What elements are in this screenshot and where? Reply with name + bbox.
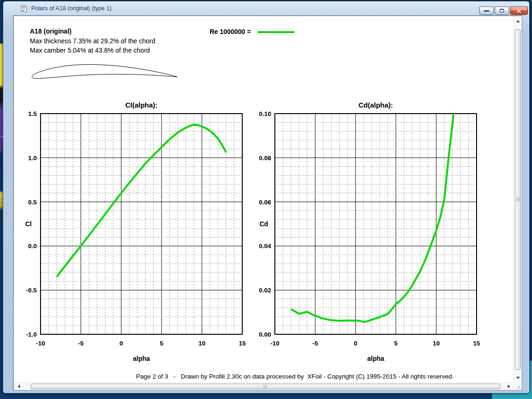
scroll-down-button[interactable]	[514, 374, 522, 381]
scroll-up-button[interactable]	[514, 17, 522, 25]
svg-text:0.02: 0.02	[259, 287, 271, 294]
h-thumb-grip-icon	[264, 385, 267, 388]
svg-text:alpha: alpha	[367, 355, 384, 362]
cl-alpha-chart: Cl(alpha):-10-50510151.51.00.50.0-0.5-1.…	[15, 98, 248, 368]
svg-text:0.0: 0.0	[28, 243, 37, 250]
airfoil-name: A18 (original)	[30, 27, 71, 35]
v-thumb-grip-icon	[516, 198, 520, 202]
legend-label: Re 1000000 =	[210, 28, 251, 35]
v-scrollbar-thumb[interactable]	[515, 29, 521, 370]
legend-line	[258, 31, 294, 33]
svg-text:5: 5	[160, 340, 164, 347]
client-area: A18 (original) Max thickness 7.35% at 29…	[13, 15, 522, 391]
svg-text:0.06: 0.06	[259, 199, 272, 206]
svg-text:-1.0: -1.0	[26, 331, 37, 338]
svg-text:Cd(alpha):: Cd(alpha):	[358, 101, 393, 109]
restore-icon	[500, 9, 504, 13]
svg-text:0.00: 0.00	[259, 331, 271, 338]
svg-text:-5: -5	[313, 340, 318, 347]
svg-text:0.08: 0.08	[259, 155, 272, 162]
desktop-teal-bottom	[492, 393, 532, 399]
resize-grip[interactable]	[513, 382, 522, 390]
h-scrollbar[interactable]	[14, 382, 513, 390]
airfoil-outline	[31, 61, 178, 81]
svg-text:-10: -10	[36, 340, 45, 347]
svg-text:0.10: 0.10	[259, 110, 271, 117]
cd-alpha-chart: Cd(alpha):-10-50510150.100.080.060.040.0…	[249, 98, 482, 368]
svg-text:1.5: 1.5	[28, 110, 37, 117]
svg-text:15: 15	[473, 340, 480, 347]
app-window: Polars of A18 (original) (type 1) A18 (o…	[3, 1, 530, 393]
svg-text:Cd: Cd	[259, 220, 268, 228]
h-scrollbar-thumb[interactable]	[31, 384, 500, 389]
resize-grip-icon	[515, 384, 521, 389]
polar-page: A18 (original) Max thickness 7.35% at 29…	[14, 16, 513, 382]
document-icon[interactable]	[20, 5, 27, 12]
svg-text:Cl: Cl	[25, 220, 32, 228]
svg-text:0: 0	[354, 340, 357, 347]
scroll-left-button[interactable]	[15, 383, 22, 390]
arrow-left-icon	[18, 385, 20, 388]
restore-button[interactable]	[495, 7, 509, 15]
svg-text:0.04: 0.04	[259, 243, 272, 250]
svg-text:-5: -5	[78, 340, 84, 347]
minimize-button[interactable]	[479, 7, 494, 15]
svg-text:Cl(alpha):: Cl(alpha):	[125, 101, 157, 109]
window-title: Polars of A18 (original) (type 1)	[31, 5, 111, 12]
page-footer: Page 2 of 3 - Drawn by Profili 2.30c on …	[107, 373, 483, 380]
svg-text:15: 15	[239, 340, 246, 347]
minimize-icon	[484, 10, 489, 12]
close-button[interactable]	[510, 7, 528, 15]
v-scrollbar[interactable]	[513, 16, 522, 382]
svg-text:-0.5: -0.5	[26, 287, 37, 294]
svg-text:10: 10	[433, 340, 440, 347]
arrow-right-icon	[508, 385, 510, 388]
svg-text:alpha: alpha	[133, 355, 150, 362]
title-bar[interactable]: Polars of A18 (original) (type 1)	[3, 1, 529, 15]
airfoil-thickness: Max thickness 7.35% at 29.2% of the chor…	[30, 37, 155, 45]
svg-text:5: 5	[394, 340, 398, 347]
arrow-up-icon	[516, 20, 520, 22]
svg-text:-10: -10	[270, 340, 280, 347]
airfoil-camber: Max camber 5.04% at 43.8% of the chord	[30, 47, 150, 54]
close-icon	[517, 8, 522, 14]
window-controls	[479, 7, 528, 15]
svg-text:1.0: 1.0	[28, 155, 37, 162]
svg-text:10: 10	[198, 340, 205, 347]
scroll-right-button[interactable]	[505, 383, 512, 390]
svg-text:0: 0	[119, 340, 123, 347]
svg-text:0.5: 0.5	[28, 199, 37, 206]
desktop: { "window": { "title": "Polars of A18 (o…	[0, 0, 532, 399]
arrow-down-icon	[516, 377, 520, 379]
